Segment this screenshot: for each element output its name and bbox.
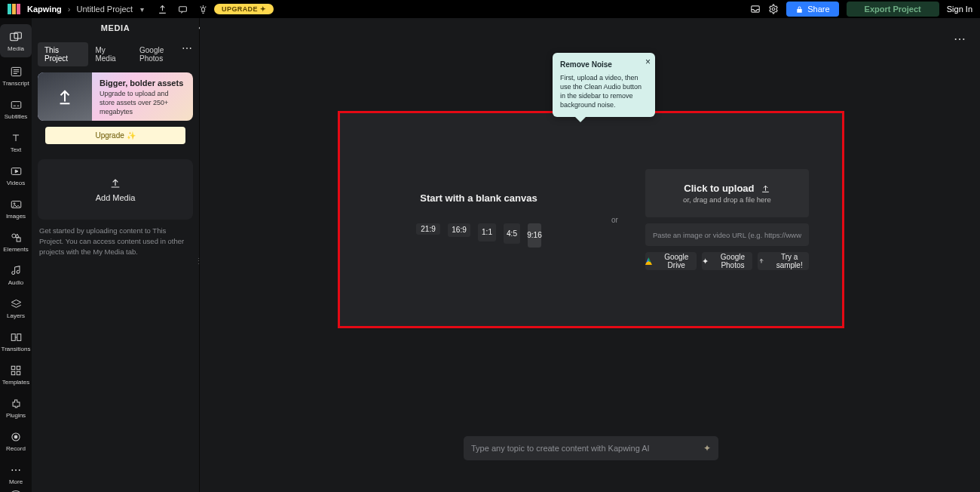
- text-icon: [11, 132, 21, 144]
- svg-rect-11: [17, 238, 20, 241]
- rail-audio[interactable]: Audio: [0, 258, 32, 291]
- rail-layers[interactable]: Layers: [0, 291, 32, 324]
- upgrade-promo: Bigger, bolder assets Upgrade to upload …: [38, 72, 193, 121]
- tooltip-title: Remove Noise: [560, 60, 648, 70]
- google-drive-icon: [645, 257, 652, 265]
- tab-this-project[interactable]: This Project: [38, 42, 88, 66]
- tab-my-media[interactable]: My Media: [88, 42, 133, 66]
- aspect-ratios: 21:9 16:9 1:1 4:5 9:16: [416, 223, 541, 248]
- blank-title: Start with a blank canvas: [420, 192, 537, 204]
- panel-hint: Get started by uploading content to This…: [39, 226, 191, 257]
- ai-prompt-bar: ✦: [464, 436, 718, 460]
- media-panel: MEDIA ‹ ⋯ This Project My Media Google P…: [32, 18, 200, 492]
- rail-plugins[interactable]: Plugins: [0, 391, 32, 424]
- share-button[interactable]: Share: [786, 2, 838, 17]
- breadcrumb-sep: ›: [68, 5, 71, 14]
- upload-icon: [109, 177, 121, 189]
- ideas-icon[interactable]: [198, 5, 208, 14]
- sign-in-link[interactable]: Sign In: [947, 5, 972, 14]
- left-rail: Media Transcript Subtitles Text Videos I…: [0, 18, 32, 492]
- inbox-icon[interactable]: [750, 4, 761, 14]
- google-photos-icon: ✦: [702, 257, 709, 266]
- rail-images[interactable]: Images: [0, 192, 32, 225]
- google-photos-button[interactable]: ✦Google Photos: [702, 252, 753, 270]
- svg-rect-0: [179, 6, 187, 11]
- svg-rect-13: [17, 334, 20, 341]
- drag-drop-label: or, drag and drop a file here: [683, 195, 771, 204]
- comments-icon[interactable]: [178, 5, 188, 14]
- try-sample-button[interactable]: Try a sample!: [758, 252, 809, 270]
- rail-transitions[interactable]: Transitions: [0, 324, 32, 358]
- tooltip-body: First, upload a video, then use the Clea…: [560, 73, 648, 110]
- workspace: ⋯ × Remove Noise First, upload a video, …: [200, 18, 980, 492]
- audio-icon: [11, 265, 21, 277]
- start-frame: × Remove Noise First, upload a video, th…: [338, 111, 844, 328]
- brand-name[interactable]: Kapwing: [27, 5, 62, 14]
- kapwing-logo: [8, 4, 21, 14]
- workspace-more-icon[interactable]: ⋯: [954, 32, 966, 46]
- promo-title: Bigger, bolder assets: [100, 78, 185, 88]
- tooltip-close-icon[interactable]: ×: [645, 56, 651, 68]
- top-bar: Kapwing › Untitled Project ▾ UPGRADE ✦ S…: [0, 0, 980, 18]
- ratio-16-9[interactable]: 16:9: [448, 223, 470, 237]
- media-tabs: This Project My Media Google Photos: [38, 42, 193, 66]
- promo-desc: Upgrade to upload and store assets over …: [100, 89, 185, 116]
- ratio-1-1[interactable]: 1:1: [478, 223, 496, 241]
- export-icon[interactable]: [158, 5, 167, 14]
- transitions-icon: [11, 331, 22, 343]
- upgrade-pill[interactable]: UPGRADE ✦: [214, 4, 274, 14]
- project-name[interactable]: Untitled Project: [77, 5, 133, 14]
- svg-rect-12: [11, 334, 15, 341]
- more-icon: ⋯: [11, 464, 21, 476]
- upgrade-button[interactable]: Upgrade ✨: [45, 127, 185, 144]
- svg-rect-17: [17, 371, 20, 374]
- plugins-icon: [11, 398, 21, 410]
- export-project-button[interactable]: Export Project: [847, 2, 939, 17]
- ratio-4-5[interactable]: 4:5: [504, 223, 520, 244]
- or-separator: or: [611, 216, 618, 224]
- ratio-21-9[interactable]: 21:9: [416, 223, 440, 235]
- svg-rect-14: [11, 366, 14, 369]
- add-media-label: Add Media: [96, 193, 136, 202]
- layers-icon: [11, 298, 22, 310]
- click-to-upload[interactable]: Click to upload or, drag and drop a file…: [645, 169, 809, 217]
- rail-subtitles[interactable]: Subtitles: [0, 92, 32, 125]
- google-drive-button[interactable]: Google Drive: [645, 252, 697, 270]
- svg-rect-6: [11, 102, 21, 109]
- svg-point-19: [14, 435, 17, 438]
- svg-rect-16: [11, 371, 14, 374]
- transcript-icon: [11, 66, 22, 78]
- upload-arrow-icon: [761, 183, 770, 193]
- videos-icon: [11, 165, 22, 177]
- uploader-block: Click to upload or, drag and drop a file…: [645, 169, 809, 270]
- images-icon: [11, 198, 22, 211]
- elements-icon: [11, 232, 22, 244]
- ai-prompt-input[interactable]: [471, 444, 699, 453]
- record-icon: [11, 431, 21, 443]
- svg-point-9: [14, 203, 15, 204]
- media-icon: [10, 31, 22, 43]
- ai-spark-icon[interactable]: ✦: [703, 443, 711, 454]
- sample-icon: [758, 257, 765, 265]
- rail-text[interactable]: Text: [0, 125, 32, 158]
- ratio-9-16[interactable]: 9:16: [528, 223, 541, 248]
- svg-rect-15: [17, 366, 20, 369]
- panel-title: MEDIA: [32, 18, 199, 38]
- rail-record[interactable]: Record: [0, 424, 32, 457]
- templates-icon: [11, 364, 21, 377]
- add-media-card[interactable]: Add Media: [38, 159, 193, 220]
- rail-media[interactable]: Media: [0, 24, 32, 57]
- rail-videos[interactable]: Videos: [0, 158, 32, 192]
- rail-more[interactable]: ⋯More: [0, 457, 32, 490]
- settings-icon[interactable]: [768, 4, 779, 14]
- svg-point-2: [772, 8, 775, 11]
- blank-canvas-block: Start with a blank canvas 21:9 16:9 1:1 …: [373, 192, 584, 248]
- promo-thumb: [38, 72, 92, 121]
- url-input[interactable]: [645, 223, 809, 246]
- rail-elements[interactable]: Elements: [0, 225, 32, 258]
- rail-templates[interactable]: Templates: [0, 358, 32, 391]
- click-upload-label: Click to upload: [684, 183, 754, 194]
- project-menu-chevron-icon[interactable]: ▾: [140, 5, 144, 14]
- panel-more-icon[interactable]: ⋯: [182, 42, 193, 54]
- rail-transcript[interactable]: Transcript: [0, 59, 32, 92]
